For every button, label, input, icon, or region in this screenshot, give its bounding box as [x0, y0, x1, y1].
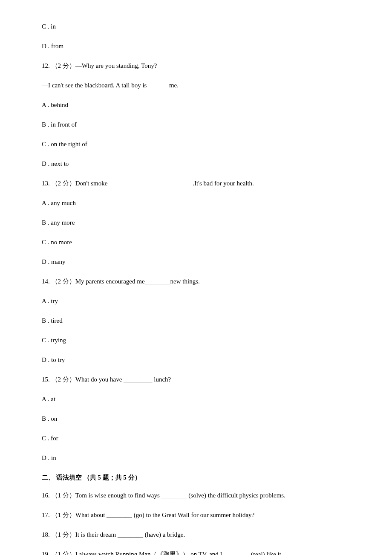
section-2-header: 二、 语法填空 （共 5 题；共 5 分）: [42, 472, 371, 483]
q16-text: 16. （1 分）Tom is wise enough to find ways…: [42, 490, 371, 500]
q12-option-c: C . on the right of: [42, 139, 371, 149]
q13-option-a: A . any much: [42, 198, 371, 208]
q12-prompt-line2: —I can't see the blackboard. A tall boy …: [42, 80, 371, 90]
q13-option-c: C . no more: [42, 237, 371, 247]
q11-option-c: C . in: [42, 21, 371, 32]
q15-option-a: A . at: [42, 394, 371, 404]
q14-option-b: B . tired: [42, 315, 371, 326]
q14-prompt: 14. （2 分）My parents encouraged me_______…: [42, 276, 371, 286]
q15-option-c: C . for: [42, 433, 371, 443]
q12-option-a: A . behind: [42, 100, 371, 110]
q14-option-a: A . try: [42, 296, 371, 306]
q13-option-b: B . any more: [42, 217, 371, 228]
q13-prompt-post: .It's bad for your health.: [193, 180, 254, 187]
q17-text: 17. （1 分）What about ________ (go) to the…: [42, 510, 371, 520]
q15-option-d: D . in: [42, 453, 371, 463]
q15-option-b: B . on: [42, 413, 371, 424]
q12-option-b: B . in front of: [42, 119, 371, 130]
q13-option-d: D . many: [42, 257, 371, 267]
q15-prompt: 15. （2 分）What do you have _________ lunc…: [42, 374, 371, 384]
q13-prompt: 13. （2 分）Don't smoke.It's bad for your h…: [42, 178, 371, 188]
q12-option-d: D . next to: [42, 159, 371, 169]
q14-option-d: D . to try: [42, 355, 371, 365]
q13-prompt-pre: 13. （2 分）Don't smoke: [42, 180, 107, 187]
q14-option-c: C . trying: [42, 335, 371, 345]
q11-option-d: D . from: [42, 41, 371, 51]
q19-text: 19. （1 分）I always watch Running Man（《跑男》…: [42, 549, 371, 555]
exam-page: C . in D . from 12. （2 分）—Why are you st…: [0, 0, 392, 555]
q12-prompt-line1: 12. （2 分）—Why are you standing, Tony?: [42, 61, 371, 71]
q18-text: 18. （1 分）It is their dream ________ (hav…: [42, 529, 371, 540]
